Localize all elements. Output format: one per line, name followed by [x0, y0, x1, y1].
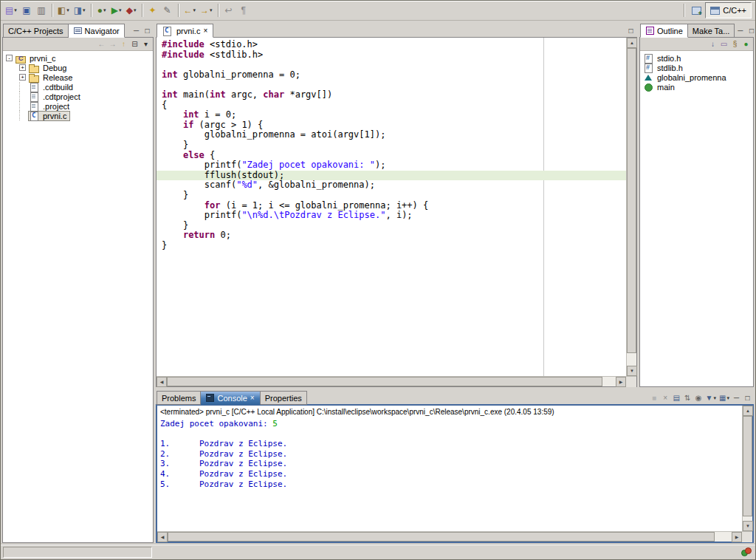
collapse-icon[interactable]: -	[6, 55, 13, 61]
code-line[interactable]: fflush(stdout);	[157, 171, 626, 181]
scroll-right-button[interactable]	[616, 377, 626, 387]
scrollbar-track[interactable]	[168, 532, 732, 542]
code-line[interactable]: globalni_promenna = atoi(argv[1]);	[157, 130, 626, 140]
minimize-button[interactable]: ─	[731, 392, 742, 404]
editor-vertical-scrollbar[interactable]	[626, 38, 636, 376]
open-type-button[interactable]: ✎	[160, 2, 175, 18]
code-line[interactable]: else {	[157, 151, 626, 161]
code-line[interactable]: printf("Zadej pocet opakovani: ");	[157, 160, 626, 171]
tree-item-cdtproject[interactable]: .cdtproject	[3, 92, 153, 101]
external-tools-button[interactable]: ◆▾	[124, 2, 139, 18]
hide-fields-button[interactable]: ▭	[718, 38, 729, 50]
open-console-button[interactable]: ▦▾	[718, 392, 731, 404]
terminate-button[interactable]: ■	[649, 392, 660, 404]
outline-item-main[interactable]: main	[640, 82, 753, 92]
tree-item-prvni-c[interactable]: prvni.c	[3, 111, 153, 120]
pin-console-button[interactable]: ◉	[693, 392, 704, 404]
print-button[interactable]: ▥	[34, 2, 49, 18]
hide-non-public-button[interactable]: ●	[740, 38, 752, 50]
display-selected-console-button[interactable]: ▼▾	[704, 392, 718, 404]
scroll-up-button[interactable]	[627, 38, 637, 48]
scroll-down-button[interactable]	[627, 366, 637, 376]
remove-launch-button[interactable]: ×	[660, 392, 671, 404]
maximize-button[interactable]: □	[625, 25, 636, 37]
new-button[interactable]: ▤▾	[3, 2, 19, 18]
code-line[interactable]: return 0;	[157, 231, 626, 241]
expand-icon[interactable]: +	[19, 74, 26, 81]
tree-item-debug[interactable]: +Debug	[3, 63, 153, 72]
scroll-left-button[interactable]	[157, 377, 167, 387]
scroll-up-button[interactable]	[743, 406, 753, 416]
code-line[interactable]: }	[157, 221, 626, 231]
search-button[interactable]: ✦	[145, 2, 160, 18]
back-button[interactable]: ←	[96, 38, 107, 50]
code-line[interactable]	[157, 80, 626, 90]
code-line[interactable]: }	[157, 191, 626, 201]
scrollbar-thumb[interactable]	[627, 48, 636, 353]
update-notification-icon[interactable]	[740, 547, 753, 558]
scrollbar-thumb[interactable]	[743, 416, 752, 516]
maximize-button[interactable]: □	[142, 25, 153, 37]
editor-horizontal-scrollbar[interactable]	[157, 377, 626, 386]
code-line[interactable]: int globalni_promenna = 0;	[157, 70, 626, 81]
forward-button[interactable]: →▾	[198, 2, 215, 18]
tab-c-c-projects[interactable]: C/C++ Projects	[3, 24, 69, 38]
console-output[interactable]: <terminated> prvni_c [C/C++ Local Applic…	[157, 406, 742, 531]
outline-item-stdio-h[interactable]: stdio.h	[640, 53, 753, 63]
toggle-mark-occurrences-button[interactable]: ¶	[236, 2, 251, 18]
run-button[interactable]: ▶▾	[109, 2, 124, 18]
back-button[interactable]: ←▾	[182, 2, 199, 18]
scroll-down-button[interactable]	[743, 521, 753, 531]
new-file-button[interactable]: ◨▾	[72, 2, 88, 18]
scrollbar-thumb[interactable]	[167, 377, 602, 386]
maximize-button[interactable]: □	[742, 392, 753, 404]
tab-navigator[interactable]: Navigator	[69, 24, 125, 38]
scroll-right-button[interactable]	[732, 532, 742, 542]
tab-problems[interactable]: Problems	[157, 391, 201, 405]
console-vertical-scrollbar[interactable]	[742, 406, 752, 531]
console-horizontal-scrollbar[interactable]	[157, 532, 742, 542]
tree-item-release[interactable]: +Release	[3, 72, 153, 82]
last-edit-location-button[interactable]: ↩	[221, 2, 236, 18]
code-line[interactable]: #include <stdlib.h>	[157, 50, 626, 61]
scrollbar-thumb[interactable]	[168, 532, 715, 542]
tab-properties[interactable]: Properties	[261, 391, 307, 405]
open-perspective-button[interactable]	[689, 2, 704, 18]
code-line[interactable]: for (i = 1; i <= globalni_promenna; i++)…	[157, 201, 626, 211]
code-area[interactable]: #include <stdio.h>#include <stdlib.h> in…	[157, 38, 626, 376]
close-icon[interactable]: ×	[202, 27, 208, 35]
view-menu-button[interactable]: ▾	[140, 38, 151, 50]
up-button[interactable]: ↑	[118, 38, 129, 50]
code-line[interactable]: }	[157, 241, 626, 251]
maximize-button[interactable]: □	[746, 25, 756, 37]
scrollbar-track[interactable]	[743, 416, 752, 521]
hide-static-button[interactable]: §	[729, 38, 740, 50]
scroll-left-button[interactable]	[157, 532, 168, 542]
minimize-button[interactable]: ─	[735, 25, 746, 37]
outline-item-stdlib-h[interactable]: stdlib.h	[640, 63, 753, 72]
code-line[interactable]: printf("\n%d.\tPozdrav z Eclipse.", i);	[157, 211, 626, 221]
tab-make-ta[interactable]: Make Ta...	[688, 24, 735, 38]
code-line[interactable]: }	[157, 140, 626, 151]
outline-item-globalni-promenna[interactable]: globalni_promenna	[640, 72, 753, 82]
code-line[interactable]: if (argc > 1) {	[157, 120, 626, 131]
expand-icon[interactable]: +	[19, 64, 26, 71]
code-line[interactable]: {	[157, 100, 626, 111]
forward-button[interactable]: →	[107, 38, 118, 50]
scroll-lock-button[interactable]: ⇅	[682, 392, 693, 404]
scrollbar-track[interactable]	[167, 377, 616, 386]
tree-item-project[interactable]: .project	[3, 101, 153, 111]
close-icon[interactable]: ×	[250, 395, 255, 402]
save-button[interactable]: ▣	[19, 2, 34, 18]
minimize-button[interactable]: ─	[131, 25, 142, 37]
new-project-button[interactable]: ◧▾	[55, 2, 72, 18]
code-line[interactable]: #include <stdio.h>	[157, 40, 626, 50]
code-line[interactable]: int i = 0;	[157, 110, 626, 120]
code-line[interactable]: scanf("%d", &globalni_promenna);	[157, 180, 626, 191]
tree-item-prvni-c[interactable]: -prvni_c	[3, 53, 153, 63]
sort-button[interactable]: ↓	[707, 38, 718, 50]
collapse-all-button[interactable]: ⊟	[129, 38, 140, 50]
debug-button[interactable]: ●▾	[94, 2, 109, 18]
scrollbar-track[interactable]	[627, 48, 636, 366]
tree-item-cdtbuild[interactable]: .cdtbuild	[3, 82, 153, 92]
